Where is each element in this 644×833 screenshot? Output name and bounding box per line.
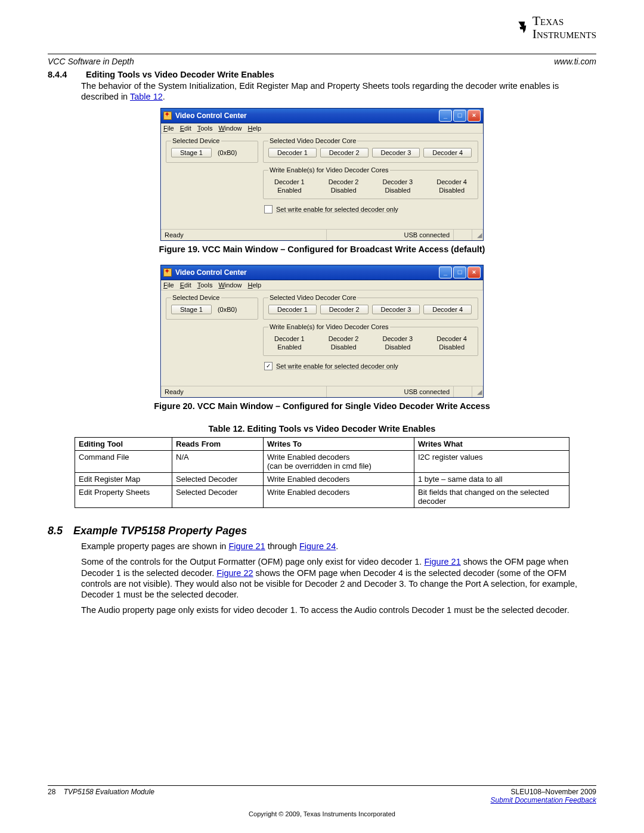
section-title-844: Editing Tools vs Video Decoder Write Ena… <box>86 70 274 79</box>
decoder-2-button[interactable]: Decoder 2 <box>320 148 369 157</box>
we-dec2-state: Disabled <box>323 343 365 351</box>
window-titlebar: Video Control Center _ □ × <box>161 109 483 123</box>
decoder-1-button[interactable]: Decoder 1 <box>268 148 317 157</box>
we-dec3-state: Disabled <box>377 343 419 351</box>
menu-file[interactable]: File <box>163 281 174 289</box>
window-title: Video Control Center <box>175 268 247 277</box>
table-row: Edit Property Sheets Selected Decoder Wr… <box>75 486 569 508</box>
close-button[interactable]: × <box>467 110 481 122</box>
table-12: Editing Tool Reads From Writes To Writes… <box>75 437 569 508</box>
minimize-button[interactable]: _ <box>439 110 452 122</box>
menu-tools[interactable]: Tools <box>197 281 213 289</box>
menubar: File Edit Tools Window Help <box>161 280 483 290</box>
link-figure-21b[interactable]: Figure 21 <box>424 557 460 566</box>
decoder-4-button[interactable]: Decoder 4 <box>423 148 472 157</box>
write-enable-group: Write Enable(s) for Video Decoder Cores … <box>263 166 478 199</box>
status-usb: USB connected <box>327 386 454 397</box>
link-figure-21[interactable]: Figure 21 <box>228 541 265 551</box>
status-ready: Ready <box>161 386 327 397</box>
statusbar: Ready USB connected ◢ <box>161 229 483 240</box>
s85-p3: The Audio property page only exists for … <box>81 605 596 615</box>
we-dec4-state: Disabled <box>431 187 473 194</box>
s85-p2: Some of the controls for the Output Form… <box>81 556 596 600</box>
status-ready: Ready <box>161 230 327 240</box>
we-dec4-state: Disabled <box>431 343 473 351</box>
figure-20-caption: Figure 20. VCC Main Window – Configured … <box>48 401 596 411</box>
window-titlebar: Video Control Center _ □ × <box>161 265 483 280</box>
menu-edit[interactable]: Edit <box>180 125 191 132</box>
single-decoder-checkbox[interactable]: ✓ <box>264 362 273 370</box>
menu-file[interactable]: File <box>163 125 174 132</box>
device-hex: (0xB0) <box>218 306 237 313</box>
selected-core-group: Selected Video Decoder Core Decoder 1 De… <box>263 137 478 163</box>
app-icon <box>163 112 172 120</box>
section-number-844: 8.4.4 <box>48 70 72 79</box>
menu-window[interactable]: Window <box>218 281 242 289</box>
ti-logo: TexasInstruments <box>516 14 596 41</box>
link-figure-22[interactable]: Figure 22 <box>216 568 253 578</box>
window-title: Video Control Center <box>175 112 247 120</box>
decoder-3-button[interactable]: Decoder 3 <box>372 148 420 157</box>
vcc-window-fig20: Video Control Center _ □ × File Edit Too… <box>160 265 484 398</box>
selected-core-group: Selected Video Decoder Core Decoder 1 De… <box>263 294 478 320</box>
link-table-12[interactable]: Table 12 <box>130 92 163 101</box>
page-header: VCC Software in Depth www.ti.com <box>48 57 596 66</box>
page-number: 28 <box>48 788 55 796</box>
stage-button[interactable]: Stage 1 <box>171 305 212 314</box>
decoder-3-button[interactable]: Decoder 3 <box>372 305 420 314</box>
maximize-button[interactable]: □ <box>453 110 466 122</box>
we-dec1-state: Enabled <box>268 343 311 351</box>
table-row: Edit Register Map Selected Decoder Write… <box>75 473 569 486</box>
header-right: www.ti.com <box>554 57 596 66</box>
minimize-button[interactable]: _ <box>439 267 452 278</box>
statusbar: Ready USB connected ◢ <box>161 386 483 397</box>
copyright: Copyright © 2009, Texas Instruments Inco… <box>48 810 596 817</box>
selected-device-group: Selected Device Stage 1 (0xB0) <box>166 294 258 320</box>
section-title-85: Example TVP5158 Property Pages <box>73 525 247 537</box>
link-figure-24[interactable]: Figure 24 <box>299 541 336 551</box>
figure-19-caption: Figure 19. VCC Main Window – Configured … <box>48 244 596 254</box>
menu-help[interactable]: Help <box>248 125 262 132</box>
s85-p1: Example property pages are shown in Figu… <box>81 541 596 552</box>
section-844-paragraph: The behavior of the System Initializatio… <box>81 80 596 102</box>
decoder-2-button[interactable]: Decoder 2 <box>320 305 369 314</box>
selected-device-group: Selected Device Stage 1 (0xB0) <box>166 137 258 163</box>
device-hex: (0xB0) <box>218 149 237 156</box>
single-decoder-checkbox-label: Set write enable for selected decoder on… <box>276 363 398 370</box>
menu-tools[interactable]: Tools <box>197 125 213 132</box>
decoder-4-button[interactable]: Decoder 4 <box>423 305 472 314</box>
menu-edit[interactable]: Edit <box>180 281 191 289</box>
we-dec2-state: Disabled <box>323 187 365 194</box>
doc-revision: SLEU108–November 2009 <box>511 788 596 796</box>
we-dec3-state: Disabled <box>377 187 419 194</box>
table-row: Command File N/A Write Enabled decoders … <box>75 451 569 473</box>
we-dec1-state: Enabled <box>268 187 311 194</box>
close-button[interactable]: × <box>467 267 481 278</box>
header-left: VCC Software in Depth <box>48 57 134 66</box>
menu-window[interactable]: Window <box>218 125 242 132</box>
menu-help[interactable]: Help <box>248 281 262 289</box>
section-number-85: 8.5 <box>48 525 63 537</box>
page-footer: 28 TVP5158 Evaluation Module SLEU108–Nov… <box>48 785 596 817</box>
menubar: File Edit Tools Window Help <box>161 123 483 134</box>
vcc-window-fig19: Video Control Center _ □ × File Edit Too… <box>160 108 484 241</box>
write-enable-group: Write Enable(s) for Video Decoder Cores … <box>263 323 478 356</box>
submit-feedback-link[interactable]: Submit Documentation Feedback <box>491 796 596 804</box>
stage-button[interactable]: Stage 1 <box>171 148 212 157</box>
decoder-1-button[interactable]: Decoder 1 <box>268 305 317 314</box>
table-12-caption: Table 12. Editing Tools vs Video Decoder… <box>48 424 596 433</box>
maximize-button[interactable]: □ <box>453 267 466 278</box>
doc-title: TVP5158 Evaluation Module <box>64 788 154 796</box>
single-decoder-checkbox-label: Set write enable for selected decoder on… <box>276 206 398 213</box>
single-decoder-checkbox[interactable] <box>264 205 273 213</box>
app-icon <box>163 268 172 277</box>
status-usb: USB connected <box>327 230 454 240</box>
